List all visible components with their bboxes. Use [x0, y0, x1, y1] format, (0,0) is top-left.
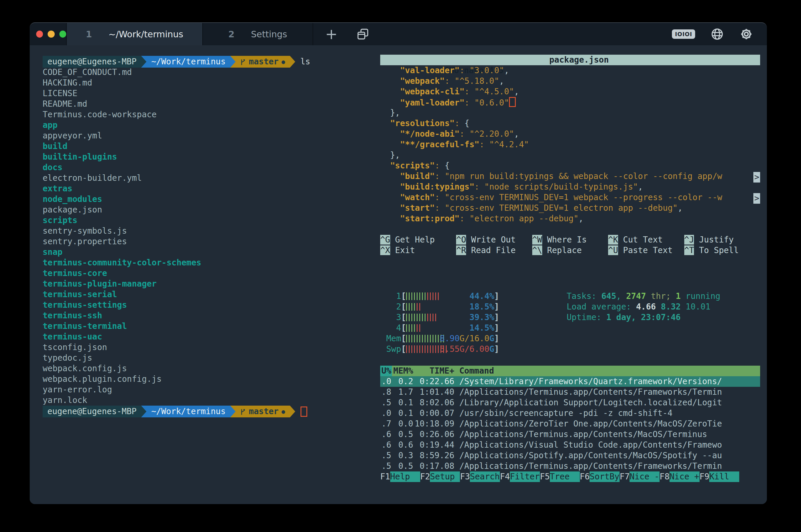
meter-bar-green — [411, 314, 412, 321]
file-name: typedoc.js — [43, 353, 92, 363]
shortcut-label: Replace — [542, 245, 582, 255]
fkey-label: Search — [470, 472, 500, 482]
settings-button[interactable] — [739, 27, 753, 41]
meter-bar-green — [409, 303, 410, 311]
col-cpu[interactable]: U% — [380, 366, 392, 376]
cell-cpu: .5 — [380, 397, 392, 408]
code-segment — [380, 76, 400, 86]
stat-segment: running — [681, 291, 721, 301]
cell-time: 10:18.09 — [413, 419, 454, 429]
cell-time: 0:19.44 — [413, 440, 454, 450]
shell-pane[interactable]: eugene@Eugenes-MBP ~/Work/terminus maste… — [43, 56, 379, 417]
powerline-arrow — [141, 405, 146, 417]
meter-bar-red — [435, 292, 436, 300]
minimize-button[interactable] — [48, 31, 54, 38]
file-name: README.md — [43, 99, 87, 109]
nano-line: "val-loader": "3.0.0", — [380, 65, 760, 76]
col-command[interactable]: Command — [459, 366, 494, 376]
file-name: terminus-ssh — [43, 311, 102, 320]
meter-value-segment: G — [489, 334, 494, 343]
code-segment — [380, 203, 400, 213]
serial-badge-icon[interactable]: IOIOI — [672, 30, 695, 39]
shortcut-key: ^G — [380, 235, 390, 245]
file-name: node_modules — [43, 194, 102, 204]
globe-button[interactable] — [710, 27, 724, 41]
tab-number: 2 — [228, 29, 235, 39]
meter-bars: 8.90G/16.0G — [406, 333, 494, 344]
dir-item: build — [43, 141, 379, 152]
cell-time: 0:26.06 — [413, 429, 454, 440]
tab-bar: 1 ~/Work/terminus 2 Settings + IOIOI — [30, 23, 767, 45]
meter-bar-green — [422, 314, 423, 321]
shortcut-key: ^W — [532, 235, 542, 245]
file-item: yarn-error.log — [43, 384, 379, 395]
meter-value: 8.90G/16.0G — [440, 333, 494, 344]
duplicate-window-icon — [356, 27, 369, 41]
nano-shortcut: ^J Justify — [684, 234, 760, 245]
close-button[interactable] — [36, 31, 43, 38]
screen: 1 ~/Work/terminus 2 Settings + IOIOI — [0, 0, 801, 532]
nano-line: }, — [380, 150, 760, 160]
fkey-item: F7Nice - — [619, 472, 659, 482]
code-segment: : — [454, 118, 465, 128]
nano-line: "build:typings": "node scripts/build-typ… — [380, 182, 760, 192]
meter-bar-red — [432, 314, 433, 321]
meter-bar-green — [432, 335, 433, 342]
meter-bar-green — [422, 292, 423, 300]
meter-label: 3 — [386, 312, 401, 323]
file-name: CODE_OF_CONDUCT.md — [43, 67, 132, 77]
fkey-key: F1 — [380, 472, 390, 482]
meter-label: Swp — [386, 344, 401, 355]
cell-cpu: .6 — [380, 429, 392, 440]
shortcut-key: ^\ — [532, 245, 542, 255]
code-segment: { — [465, 118, 470, 128]
cell-command: /Applications/ZeroTier One.app/Contents/… — [459, 419, 722, 429]
col-time[interactable]: TIME+ — [413, 366, 454, 376]
file-name: sentry.properties — [43, 236, 127, 246]
shortcut-key: ^O — [456, 235, 466, 245]
cell-mem: 1.7 — [392, 387, 413, 397]
terminal-cursor — [300, 406, 307, 417]
cell-command: /System/Library/Frameworks/Quartz.framew… — [459, 376, 722, 387]
shortcut-label: Exit — [390, 245, 415, 255]
nano-editor: GNU nano 4.5 package.json "val-loader": … — [380, 55, 760, 256]
col-mem[interactable]: MEM% — [392, 366, 413, 376]
tab-settings[interactable]: 2 Settings — [203, 23, 313, 45]
line-continuation-marker: > — [753, 172, 760, 183]
file-list: CODE_OF_CONDUCT.mdHACKING.mdLICENSEREADM… — [43, 67, 379, 405]
meter-bar-red — [435, 345, 436, 353]
nano-shortcut: ^X Exit — [380, 245, 456, 256]
split-duplicate-button[interactable] — [350, 23, 376, 45]
fkey-item: F4Filter — [500, 472, 540, 482]
meter-value-segment: G — [489, 344, 494, 354]
zoom-button[interactable] — [59, 31, 66, 38]
meter-value-segment: 5.55G/6.00 — [440, 344, 489, 354]
tab-work-terminus[interactable]: 1 ~/Work/terminus — [67, 23, 203, 45]
meter-bar-green — [427, 335, 428, 342]
cell-command: /Applications/Terminus.app/Contents/MacO… — [459, 429, 707, 440]
meter-label: 4 — [386, 323, 401, 333]
file-name: sentry-symbols.js — [43, 226, 127, 236]
code-segment — [380, 129, 400, 139]
meter-bracket: [ — [401, 312, 406, 323]
cell-time: 0:17.08 — [413, 461, 454, 472]
code-segment: , — [504, 65, 509, 75]
nano-shortcut-row: ^G Get Help^O Write Out^W Where Is^K Cut… — [380, 234, 760, 245]
cell-cpu: .8 — [380, 387, 392, 397]
prompt-line-top: eugene@Eugenes-MBP ~/Work/terminus maste… — [43, 56, 379, 68]
new-tab-button[interactable]: + — [313, 23, 350, 45]
file-name: app — [43, 120, 58, 130]
plus-icon: + — [325, 25, 338, 43]
right-pane[interactable]: GNU nano 4.5 package.json "val-loader": … — [380, 55, 760, 504]
shortcut-label: Get Help — [390, 235, 435, 245]
meter-bar-red — [430, 345, 431, 353]
stat-segment: Load average: — [567, 302, 636, 311]
shortcut-label: Cut Text — [618, 235, 663, 245]
fkey-item: F8Nice + — [659, 472, 700, 482]
nano-shortcut: ^\ Replace — [532, 245, 608, 256]
code-segment: "start" — [400, 203, 434, 213]
meter-bar-green — [409, 314, 410, 321]
file-item: Terminus.code-workspace — [43, 109, 379, 120]
git-branch-name: master — [249, 56, 278, 67]
code-segment: : "^4.5.0" — [465, 87, 514, 96]
